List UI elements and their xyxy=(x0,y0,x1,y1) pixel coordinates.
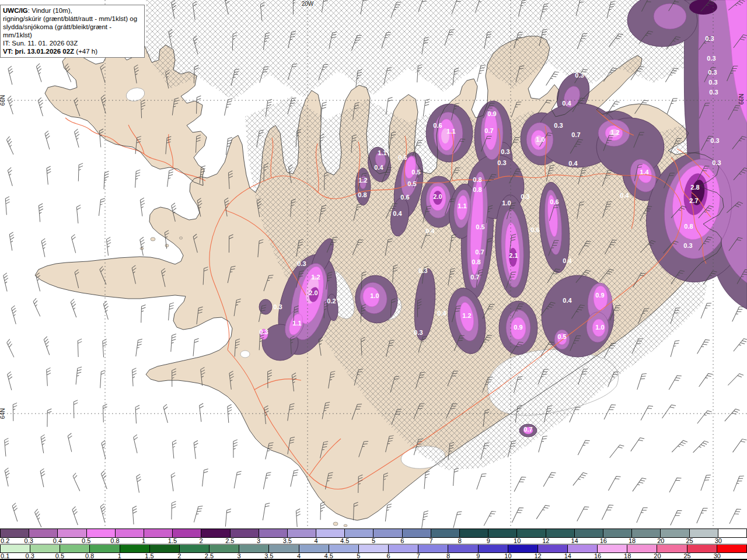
scale-tick-label: 18 xyxy=(629,538,636,544)
scale-segment xyxy=(60,545,90,552)
precip-value: 0.8 xyxy=(473,176,481,183)
precip-value: 1.2 xyxy=(462,312,471,319)
legend-line-2: rigning/skúrir (grænt/blátt/rautt - mm/1… xyxy=(3,15,141,23)
precip-value: 0.4 xyxy=(437,310,446,317)
legend-box: UWC/IG: Vindur (10m), rigning/skúrir (gr… xyxy=(0,5,145,58)
precip-value: 0.7 xyxy=(470,274,479,281)
scale-segment xyxy=(718,529,747,537)
precip-value: 0.3 xyxy=(414,329,423,336)
scale-segment xyxy=(632,529,661,537)
precip-value: 0.3 xyxy=(501,148,509,155)
precip-value: 0.7 xyxy=(523,426,532,433)
legend-line-3: slydda/snjókoma (grátt/bleikt/grænt - mm… xyxy=(3,23,141,39)
precip-value: 1.1 xyxy=(292,320,301,327)
precip-value: 0.3 xyxy=(497,159,506,166)
precip-value: 0.4 xyxy=(562,100,571,107)
precip-value: 1.1 xyxy=(378,149,386,156)
scale-segment xyxy=(316,529,345,537)
scale-segment xyxy=(29,529,58,537)
scale-segment xyxy=(120,545,150,552)
precip-value: 0.3 xyxy=(709,89,718,96)
scale-tick-label: 0.2 xyxy=(1,538,9,544)
scale-segment xyxy=(690,529,718,537)
sleet-scale-labels: 0.20.30.40.50.811.522.533.544.5567891012… xyxy=(0,538,747,544)
scale-tick-label: 4.5 xyxy=(324,553,333,559)
legend-line-5: VT: þri. 13.01.2026 02Z (+47 h) xyxy=(3,47,141,55)
scale-segment xyxy=(538,545,568,552)
scale-segment xyxy=(345,529,374,537)
scale-segment xyxy=(389,545,418,552)
precip-value: 0.9 xyxy=(487,110,496,117)
rain-scale-bar: 0.10.30.50.811.522.533.544.5567891012141… xyxy=(0,544,747,559)
scale-tick-label: 3.5 xyxy=(264,553,273,559)
scale-tick-label: 20 xyxy=(657,538,664,544)
graticule-label: 66N xyxy=(0,95,6,106)
scale-segment xyxy=(448,545,478,552)
scale-segment xyxy=(269,545,299,552)
scale-segment xyxy=(460,529,488,537)
scale-tick-label: 10 xyxy=(514,538,521,544)
scale-segment xyxy=(687,545,717,552)
scale-segment xyxy=(657,545,687,552)
scale-tick-label: 2.5 xyxy=(225,538,234,544)
scale-segment xyxy=(374,529,402,537)
scale-tick-label: 3 xyxy=(257,538,260,544)
scale-tick-label: 5 xyxy=(372,538,375,544)
precip-value: 0.7 xyxy=(484,127,493,134)
precip-value: 0.7 xyxy=(571,131,580,138)
scale-segment xyxy=(288,529,316,537)
precip-value: 0.4 xyxy=(620,192,629,199)
scale-segment xyxy=(603,529,632,537)
scale-segment xyxy=(598,545,627,552)
scale-tick-label: 18 xyxy=(624,553,631,559)
precip-value: 0.4 xyxy=(374,164,383,171)
sleet-scale-bar: 0.20.30.40.50.811.522.533.544.5567891012… xyxy=(0,528,747,544)
precip-value: 0.5 xyxy=(557,333,566,340)
graticule-label: 20W xyxy=(302,1,314,7)
precip-value: 2.8 xyxy=(690,184,699,191)
weather-map: 0.30.30.30.30.30.30.32.82.70.80.30.30.40… xyxy=(0,0,747,528)
scale-tick-label: 0.5 xyxy=(55,553,64,559)
scale-segment xyxy=(180,545,210,552)
precip-value: 1.2 xyxy=(610,129,619,136)
graticule-label: 64N xyxy=(0,408,6,419)
scale-tick-label: 9 xyxy=(476,553,480,559)
scale-tick-label: 2.5 xyxy=(205,553,214,559)
scale-segment xyxy=(210,545,239,552)
precip-value: 0.4 xyxy=(393,210,402,217)
precip-value: 0.6 xyxy=(433,122,442,129)
precip-value: 1.1 xyxy=(458,202,466,209)
precip-value: 0.3 xyxy=(708,69,717,76)
legend-line-4: IT: Sun. 11. 01. 2026 03Z xyxy=(3,39,141,47)
scale-segment xyxy=(479,545,508,552)
scale-segment xyxy=(717,545,747,552)
precip-value: 1.2 xyxy=(358,177,367,184)
scale-tick-label: 0.8 xyxy=(85,553,94,559)
precip-value: 0.3 xyxy=(712,159,721,166)
scale-tick-label: 20 xyxy=(654,553,661,559)
precip-value: 2.1 xyxy=(509,252,518,259)
precip-value: 1.0 xyxy=(595,324,604,331)
scale-tick-label: 0.5 xyxy=(82,538,90,544)
scale-tick-label: 6 xyxy=(400,538,404,544)
scale-segment xyxy=(575,529,603,537)
scale-tick-label: 16 xyxy=(600,538,607,544)
precip-value: 0.3 xyxy=(259,328,268,335)
scale-segment xyxy=(259,529,288,537)
scale-tick-label: 0.3 xyxy=(25,538,33,544)
graticule-label: 66N xyxy=(738,94,745,104)
sleet-scale-colors xyxy=(0,528,747,538)
scale-tick-label: 1.5 xyxy=(145,553,153,559)
scale-tick-label: 0.4 xyxy=(53,538,62,544)
scale-tick-label: 2 xyxy=(200,538,203,544)
precip-value: 1.0 xyxy=(536,136,544,143)
scale-tick-label: 16 xyxy=(594,553,601,559)
weather-map-svg: 0.30.30.30.30.30.30.32.82.70.80.30.30.40… xyxy=(0,0,747,528)
precip-value: 0.4 xyxy=(425,228,435,235)
precip-value: 2.0 xyxy=(433,193,442,200)
scale-tick-label: 10 xyxy=(504,553,511,559)
scale-tick-label: 12 xyxy=(542,538,549,544)
scale-segment xyxy=(546,529,575,537)
scale-tick-label: 0.3 xyxy=(26,553,34,559)
scale-segment xyxy=(150,545,180,552)
